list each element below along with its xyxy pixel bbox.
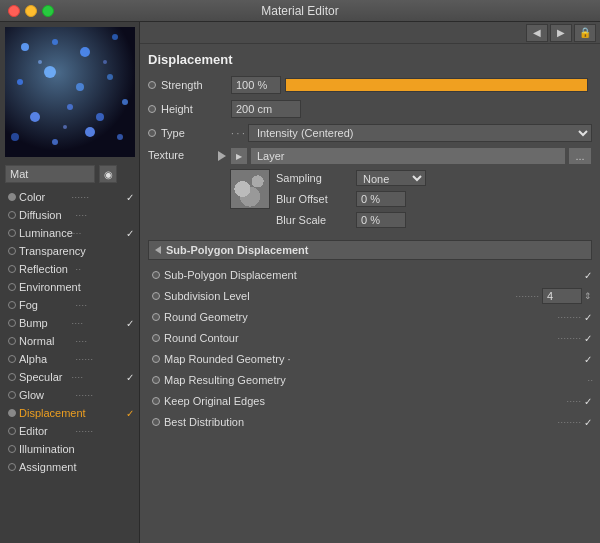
channel-item-transparency[interactable]: Transparency bbox=[0, 242, 139, 260]
spoly-bullet bbox=[152, 292, 160, 300]
height-label: Height bbox=[161, 103, 231, 115]
channel-item-displacement[interactable]: Displacement✓ bbox=[0, 404, 139, 422]
sidebar: ◉ Color· · · · · ·✓Diffusion· · · ·Lumin… bbox=[0, 22, 140, 543]
subpoly-row-6: Keep Original Edges· · · · ·✓ bbox=[148, 392, 592, 410]
texture-triangle[interactable] bbox=[218, 151, 226, 161]
texture-thumbnail bbox=[230, 169, 270, 209]
texture-play-button[interactable]: ▶ bbox=[230, 147, 248, 165]
channel-dots: · · · · bbox=[72, 318, 125, 328]
channel-dots: · · · bbox=[73, 228, 124, 238]
spoly-label: Round Geometry bbox=[164, 311, 557, 323]
blur-offset-input[interactable] bbox=[356, 191, 406, 207]
channel-label: Normal bbox=[19, 335, 76, 347]
strength-input[interactable] bbox=[231, 76, 281, 94]
displacement-title: Displacement bbox=[148, 52, 592, 67]
spoly-dots: · · · · · bbox=[566, 396, 580, 406]
svg-point-10 bbox=[67, 104, 73, 110]
strength-row: Strength bbox=[148, 75, 592, 95]
channel-item-specular[interactable]: Specular· · · ·✓ bbox=[0, 368, 139, 386]
svg-point-9 bbox=[30, 112, 40, 122]
svg-point-2 bbox=[52, 39, 58, 45]
spoly-spinner[interactable]: ⇕ bbox=[584, 291, 592, 301]
channel-label: Editor bbox=[19, 425, 76, 437]
channel-item-color[interactable]: Color· · · · · ·✓ bbox=[0, 188, 139, 206]
preview-canvas bbox=[5, 27, 135, 157]
channel-item-editor[interactable]: Editor· · · · · · bbox=[0, 422, 139, 440]
subpoly-row-3: Round Contour· · · · · · · ·✓ bbox=[148, 329, 592, 347]
channel-item-assignment[interactable]: Assignment bbox=[0, 458, 139, 476]
channel-label: Environment bbox=[19, 281, 81, 293]
subpolygon-header[interactable]: Sub-Polygon Displacement bbox=[148, 240, 592, 260]
channel-label: Transparency bbox=[19, 245, 86, 257]
spoly-input[interactable] bbox=[542, 288, 582, 304]
blur-scale-input[interactable] bbox=[356, 212, 406, 228]
channel-check: ✓ bbox=[126, 408, 134, 419]
height-row: Height bbox=[148, 99, 592, 119]
spoly-label: Round Contour bbox=[164, 332, 557, 344]
channel-label: Diffusion bbox=[19, 209, 76, 221]
mat-name-input[interactable] bbox=[5, 165, 95, 183]
svg-point-4 bbox=[112, 34, 118, 40]
svg-point-16 bbox=[117, 134, 123, 140]
main-layout: ◉ Color· · · · · ·✓Diffusion· · · ·Lumin… bbox=[0, 22, 600, 543]
channel-check: ✓ bbox=[126, 318, 134, 329]
close-button[interactable] bbox=[8, 5, 20, 17]
channel-item-environment[interactable]: Environment bbox=[0, 278, 139, 296]
texture-content: ▶ Layer ... Sampling None bbox=[230, 147, 592, 232]
type-select[interactable]: Intensity (Centered) bbox=[248, 124, 592, 142]
svg-point-13 bbox=[11, 133, 19, 141]
material-preview bbox=[5, 27, 135, 157]
svg-point-12 bbox=[122, 99, 128, 105]
type-label: Type bbox=[161, 127, 231, 139]
channel-item-fog[interactable]: Fog· · · · bbox=[0, 296, 139, 314]
channel-dots: · · · · bbox=[76, 300, 133, 310]
minimize-button[interactable] bbox=[25, 5, 37, 17]
channel-bullet bbox=[8, 427, 16, 435]
maximize-button[interactable] bbox=[42, 5, 54, 17]
channel-item-reflection[interactable]: Reflection· · bbox=[0, 260, 139, 278]
mat-icon-button[interactable]: ◉ bbox=[99, 165, 117, 183]
spoly-bullet bbox=[152, 397, 160, 405]
channel-item-glow[interactable]: Glow· · · · · · bbox=[0, 386, 139, 404]
spoly-dots: · · bbox=[587, 375, 592, 385]
strength-slider[interactable] bbox=[285, 78, 588, 92]
channel-bullet bbox=[8, 373, 16, 381]
traffic-lights bbox=[8, 5, 54, 17]
channel-item-diffusion[interactable]: Diffusion· · · · bbox=[0, 206, 139, 224]
spoly-dots: · · · · · · · · bbox=[557, 312, 580, 322]
channel-label: Assignment bbox=[19, 461, 76, 473]
sampling-select[interactable]: None bbox=[356, 170, 426, 186]
channel-item-normal[interactable]: Normal· · · · bbox=[0, 332, 139, 350]
back-button[interactable]: ◀ bbox=[526, 24, 548, 42]
channel-dots: · · bbox=[76, 264, 133, 274]
height-input[interactable] bbox=[231, 100, 301, 118]
channel-label: Alpha bbox=[19, 353, 76, 365]
svg-point-15 bbox=[85, 127, 95, 137]
texture-properties: Sampling None Blur Offset Blur Scale bbox=[276, 169, 592, 232]
mat-name-row: ◉ bbox=[0, 162, 139, 186]
subpolygon-section: Sub-Polygon Displacement Sub-Polygon Dis… bbox=[148, 240, 592, 431]
channel-item-alpha[interactable]: Alpha· · · · · · bbox=[0, 350, 139, 368]
spoly-bullet bbox=[152, 313, 160, 321]
channel-bullet bbox=[8, 445, 16, 453]
texture-dots-button[interactable]: ... bbox=[568, 147, 592, 165]
spoly-check: ✓ bbox=[584, 312, 592, 323]
spoly-check: ✓ bbox=[584, 417, 592, 428]
subpoly-row-1: Subdivision Level· · · · · · · ·⇕ bbox=[148, 287, 592, 305]
channel-bullet bbox=[8, 301, 16, 309]
channel-item-luminance[interactable]: Luminance· · ·✓ bbox=[0, 224, 139, 242]
spoly-dots: · · · · · · · · bbox=[557, 333, 580, 343]
channel-bullet bbox=[8, 391, 16, 399]
lock-button[interactable]: 🔒 bbox=[574, 24, 596, 42]
channel-label: Bump bbox=[19, 317, 72, 329]
svg-point-14 bbox=[52, 139, 58, 145]
channel-label: Glow bbox=[19, 389, 76, 401]
texture-row: Texture ▶ Layer ... Sampling bbox=[148, 147, 592, 232]
channel-label: Displacement bbox=[19, 407, 86, 419]
channel-bullet bbox=[8, 247, 16, 255]
channel-item-illumination[interactable]: Illumination bbox=[0, 440, 139, 458]
channel-item-bump[interactable]: Bump· · · ·✓ bbox=[0, 314, 139, 332]
channel-bullet bbox=[8, 463, 16, 471]
spoly-label: Subdivision Level bbox=[164, 290, 515, 302]
forward-button[interactable]: ▶ bbox=[550, 24, 572, 42]
